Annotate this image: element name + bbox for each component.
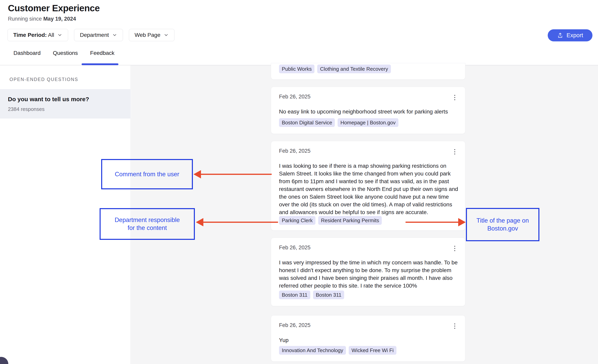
tab-feedback[interactable]: Feedback (90, 50, 115, 61)
annotation-department-label: Department responsible for the content (111, 216, 184, 232)
card-date: Feb 26, 2025 (279, 322, 310, 328)
export-button[interactable]: Export (548, 29, 592, 41)
chevron-down-icon (112, 33, 117, 38)
web-page-filter-button[interactable]: Web Page (129, 29, 174, 41)
annotation-comment-label: Comment from the user (115, 170, 179, 178)
card-comment-text: I was very impressed by the time in whic… (279, 259, 460, 290)
kebab-menu-icon[interactable] (452, 245, 457, 252)
kebab-menu-icon[interactable] (452, 148, 457, 156)
department-tag: Boston Digital Service (279, 118, 335, 127)
running-since-text: Running since May 19, 2024 (8, 16, 76, 22)
kebab-menu-icon[interactable] (452, 322, 457, 330)
feedback-card: Feb 26, 2025 I was looking to see if the… (271, 141, 465, 231)
active-tab-underline (82, 63, 118, 65)
card-date: Feb 26, 2025 (279, 94, 310, 100)
tab-dashboard[interactable]: Dashboard (13, 50, 41, 61)
card-tags: Parking Clerk Resident Parking Permits (279, 216, 457, 225)
annotation-department-box: Department responsible for the content (100, 208, 195, 240)
card-comment-text: I was looking to see if there is a map s… (279, 162, 460, 216)
page-title-tag: Homepage | Boston.gov (338, 118, 398, 127)
card-date: Feb 26, 2025 (279, 148, 310, 154)
running-since-date: May 19, 2024 (43, 16, 76, 22)
feedback-card: Feb 26, 2025 I was very impressed by the… (271, 238, 465, 306)
feedback-card: Feb 26, 2025 Yup Innovation And Technolo… (271, 315, 465, 362)
arrow-right-icon (458, 218, 466, 226)
running-since-prefix: Running since (8, 16, 43, 22)
kebab-menu-icon[interactable] (452, 94, 457, 101)
sidebar-item-question[interactable]: Do you want to tell us more? 2384 respon… (0, 89, 131, 118)
export-button-label: Export (566, 32, 583, 39)
annotation-arrow (406, 222, 459, 223)
card-comment-text: No easy link to upcoming neighborhood st… (279, 108, 460, 116)
department-tag: Parking Clerk (279, 216, 316, 225)
card-tags: Innovation And Technology Wicked Free Wi… (279, 346, 457, 355)
department-tag: Innovation And Technology (279, 346, 346, 355)
chevron-down-icon (164, 33, 169, 38)
sidebar-question-responses: 2384 responses (8, 106, 123, 112)
department-tag: Boston 311 (279, 290, 310, 299)
page-title-tag: Clothing and Textile Recovery (317, 65, 391, 73)
annotation-page-title-label: Title of the page on Boston.gov (473, 217, 532, 232)
card-tags: Boston 311 Boston 311 (279, 290, 457, 299)
card-tags: Boston Digital Service Homepage | Boston… (279, 118, 457, 127)
department-filter-button[interactable]: Department (74, 29, 123, 41)
card-date: Feb 26, 2025 (279, 245, 310, 251)
sidebar-question-text: Do you want to tell us more? (8, 96, 123, 103)
page-title-tag: Resident Parking Permits (318, 216, 382, 225)
customer-experience-page: Customer Experience Running since May 19… (0, 0, 598, 364)
department-filter-label: Department (80, 32, 109, 38)
annotation-page-title-box: Title of the page on Boston.gov (466, 208, 539, 241)
annotation-comment-box: Comment from the user (101, 159, 193, 189)
annotation-arrow (199, 174, 272, 175)
time-period-filter-button[interactable]: Time Period: All (8, 29, 68, 41)
time-period-filter-value: All (48, 32, 54, 38)
upload-icon (557, 32, 563, 39)
page-title: Customer Experience (8, 3, 100, 13)
sidebar-section-label: OPEN-ENDED QUESTIONS (9, 77, 78, 82)
tab-bar: Dashboard Questions Feedback (13, 50, 115, 61)
feedback-card: Feb 26, 2025 No easy link to upcoming ne… (271, 87, 465, 134)
annotation-arrow (202, 222, 278, 223)
feedback-card: Public Works Clothing and Textile Recove… (271, 63, 465, 80)
page-title-tag: Boston 311 (313, 290, 344, 299)
filter-bar: Time Period: All Department Web Page (8, 29, 174, 41)
chevron-down-icon (57, 33, 62, 38)
web-page-filter-label: Web Page (135, 32, 160, 38)
department-tag: Public Works (279, 65, 315, 73)
time-period-filter-label: Time Period: (13, 32, 47, 38)
card-comment-text: Yup (279, 336, 460, 344)
page-title-tag: Wicked Free Wi Fi (349, 346, 396, 355)
tab-questions[interactable]: Questions (53, 50, 78, 61)
card-tags: Public Works Clothing and Textile Recove… (279, 65, 457, 73)
